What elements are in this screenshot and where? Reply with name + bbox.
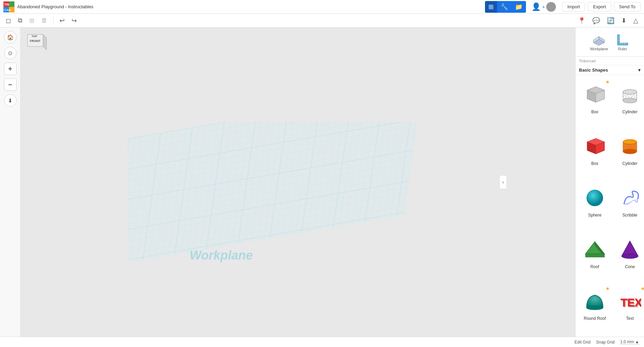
workplane: Workplane (128, 122, 437, 294)
text-star: ★ (641, 286, 644, 291)
roof-svg (584, 238, 606, 261)
sphere-label: Sphere (588, 213, 602, 218)
flip-button[interactable]: 🔄 (604, 15, 617, 26)
shape-item-box-hole[interactable]: ★ Box (579, 78, 611, 127)
shape-item-box-solid[interactable]: Box (579, 130, 611, 178)
import-button[interactable]: Import (562, 2, 585, 11)
svg-point-48 (587, 306, 603, 310)
copy-button[interactable]: ⧉ (15, 15, 25, 26)
ruler-label: Ruler (618, 47, 627, 51)
toolbar-separator (53, 17, 54, 25)
wrench-view-button[interactable]: 🔧 (497, 1, 511, 13)
scribble-label: Scribble (622, 213, 637, 218)
shape-canvas-round-roof (581, 287, 609, 315)
orbit-tool[interactable]: ⊙ (4, 47, 17, 59)
canvas-area[interactable]: TOP FRONT (21, 28, 575, 337)
box-solid-svg (584, 135, 606, 157)
shape-item-text[interactable]: ★ TEXT TEXT Text (614, 285, 644, 333)
group-button[interactable]: ⊞ (27, 15, 37, 26)
text-label: Text (626, 316, 634, 321)
cone-svg (619, 238, 641, 261)
svg-rect-18 (617, 34, 620, 44)
undo-button[interactable]: ↩ (57, 15, 67, 26)
grid-view-button[interactable]: ⊞ (485, 1, 497, 13)
delete-button[interactable]: 🗑 (39, 15, 50, 26)
workplane-tool[interactable]: Workplane (588, 31, 610, 53)
box-hole-label: Box (591, 109, 599, 114)
cone-label: Cone (625, 264, 635, 269)
right-panel: Workplane Ruler (575, 28, 644, 337)
svg-rect-13 (128, 122, 422, 266)
svg-point-47 (622, 254, 638, 259)
right-tools-section: Workplane Ruler (576, 28, 644, 57)
comment-button[interactable]: 💬 (590, 15, 602, 26)
scribble-svg (619, 187, 641, 209)
left-panel: 🏠 ⊙ + − ⬇ (0, 28, 21, 337)
svg-text:FRONT: FRONT (30, 39, 41, 43)
shape-item-cylinder-hole[interactable]: Cylinder (614, 78, 644, 127)
folder-view-button[interactable]: 📁 (511, 1, 526, 13)
user-add-icon[interactable]: + (542, 4, 545, 10)
sphere-svg (584, 187, 606, 209)
shape-item-scribble[interactable]: Scribble (614, 182, 644, 230)
shape-item-cylinder-solid[interactable]: Cylinder (614, 130, 644, 178)
workplane-grid: Workplane (128, 122, 437, 294)
text-svg: TEXT TEXT (619, 290, 641, 312)
toolbar2: ◻ ⧉ ⊞ 🗑 ↩ ↪ 📍 💬 🔄 ⬇ △ (0, 14, 644, 28)
shapes-header: Tinkercad (576, 57, 644, 65)
shape-item-cone[interactable]: Cone (614, 233, 644, 282)
pin-button[interactable]: 📍 (576, 15, 588, 26)
ruler-tool[interactable]: Ruler (614, 31, 632, 53)
round-roof-label: Round Roof (584, 316, 606, 321)
shape-canvas-box-solid (581, 132, 609, 160)
svg-text:CAD: CAD (4, 8, 11, 12)
ruler-icon (616, 33, 630, 45)
svg-text:TIN: TIN (4, 3, 9, 6)
avatar[interactable] (546, 2, 556, 12)
zoom-out-tool[interactable]: − (4, 78, 17, 91)
align-button[interactable]: ⬇ (619, 15, 629, 26)
edit-grid-button[interactable]: Edit Grid (574, 340, 591, 345)
fit-tool[interactable]: ⬇ (4, 94, 17, 107)
shapes-category[interactable]: Basic Shapes ▾ (576, 65, 644, 75)
workplane-label: Workplane (590, 47, 608, 51)
app-title: Abandoned Playground - Instructables (17, 4, 248, 9)
shape-canvas-scribble (616, 184, 644, 211)
shape-item-sphere[interactable]: Sphere (579, 182, 611, 230)
shapes-grid: ★ Box (576, 75, 644, 337)
shape-canvas-text: TEXT TEXT (616, 287, 644, 315)
shape-canvas-roof (581, 235, 609, 263)
shape-canvas-cylinder-solid (616, 132, 644, 160)
home-tool[interactable]: 🏠 (4, 31, 17, 43)
shape-item-round-roof[interactable]: ★ Round Roof (579, 285, 611, 333)
select-button[interactable]: ◻ (3, 15, 13, 26)
user-icon[interactable]: 👤 (531, 2, 541, 11)
redo-button[interactable]: ↪ (69, 15, 79, 26)
svg-point-40 (623, 149, 637, 154)
view-cube[interactable]: TOP FRONT (24, 31, 48, 55)
snap-grid-label: Snap Grid (596, 340, 615, 345)
star-icon: ★ (605, 79, 610, 85)
snap-value[interactable]: 1.0 mm ▲ (620, 339, 639, 345)
round-roof-star: ★ (605, 286, 610, 291)
shape-canvas-cone (616, 235, 644, 263)
shape-item-roof[interactable]: Roof (579, 233, 611, 282)
cylinder-hole-label: Cylinder (622, 109, 637, 114)
shape-canvas-cylinder-hole (616, 81, 644, 108)
mirror-button[interactable]: △ (631, 15, 641, 26)
export-button[interactable]: Export (588, 2, 611, 11)
svg-point-42 (587, 190, 603, 206)
sendto-button[interactable]: Send To (614, 2, 641, 11)
cylinder-solid-label: Cylinder (622, 161, 637, 166)
svg-point-41 (623, 139, 637, 144)
workplane-icon (592, 33, 606, 45)
tinkercad-label: Tinkercad (579, 59, 595, 63)
cylinder-solid-svg (619, 135, 641, 157)
topbar: TIN CAD Abandoned Playground - Instructa… (0, 0, 644, 14)
top-right-actions: Import Export Send To (562, 2, 641, 11)
category-label: Basic Shapes (579, 67, 608, 73)
svg-marker-7 (43, 34, 46, 50)
zoom-in-tool[interactable]: + (4, 63, 17, 75)
svg-text:TEXT: TEXT (622, 297, 641, 310)
panel-toggle[interactable]: › (499, 175, 506, 189)
